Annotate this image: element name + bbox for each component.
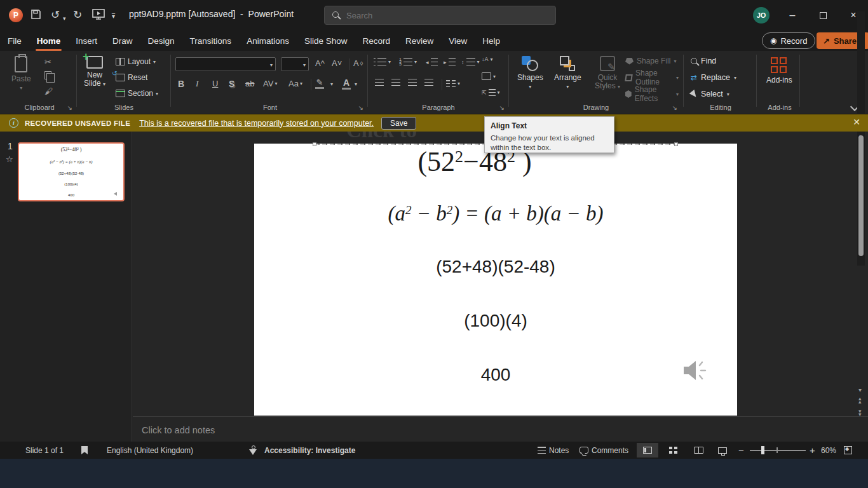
bold-button[interactable]: B: [178, 79, 184, 89]
audio-speaker-icon[interactable]: [681, 358, 709, 383]
tab-animations[interactable]: Animations: [239, 30, 297, 51]
customize-qat-icon[interactable]: ▾̅: [112, 10, 115, 23]
zoom-in-icon[interactable]: +: [810, 442, 815, 459]
tab-home[interactable]: Home: [29, 30, 69, 51]
shapes-button[interactable]: Shapes▾: [517, 56, 543, 90]
save-icon[interactable]: [31, 9, 41, 20]
copy-icon[interactable]: [44, 71, 51, 79]
italic-button[interactable]: I: [196, 79, 198, 89]
banner-link[interactable]: This is a recovered file that is tempora…: [139, 119, 374, 128]
new-slide-button[interactable]: New Slide ▾: [84, 56, 105, 88]
select-button[interactable]: Select▾: [691, 86, 729, 102]
slide-identity-equation[interactable]: (a2 − b2) = (a + b)(a − b): [254, 202, 737, 226]
minimize-button[interactable]: –: [778, 0, 807, 30]
clear-formatting-button[interactable]: A◊: [353, 58, 363, 68]
slide-answer-text[interactable]: 400: [254, 365, 737, 385]
slide-thumbnail[interactable]: (52²−48² ) (a² − b²) = (a + b)(a − b) (5…: [18, 142, 125, 201]
paragraph-dialog-launcher[interactable]: ↘: [499, 104, 505, 111]
next-slide-icon[interactable]: ▾▾: [858, 410, 862, 416]
previous-slide-icon[interactable]: ▴▴: [858, 397, 862, 403]
slideshow-view-button[interactable]: [712, 443, 733, 458]
tab-review[interactable]: Review: [398, 30, 441, 51]
character-spacing-button[interactable]: AV▾: [263, 79, 277, 88]
notes-toggle[interactable]: Notes: [538, 442, 569, 459]
align-text-button[interactable]: ▾: [482, 72, 496, 80]
slide-step1-text[interactable]: (52+48)(52-48): [254, 257, 737, 277]
powerpoint-app-icon[interactable]: P: [9, 8, 23, 22]
language-indicator[interactable]: English (United Kingdom): [107, 442, 193, 459]
text-direction-button[interactable]: ↓A▾: [482, 56, 493, 62]
increase-indent-button[interactable]: ▸: [444, 58, 456, 65]
text-shadow-button[interactable]: S: [229, 79, 234, 89]
font-size-combobox[interactable]: ▾: [281, 57, 309, 71]
scroll-down-icon[interactable]: ▾: [858, 386, 862, 393]
font-dialog-launcher[interactable]: ↘: [358, 104, 363, 111]
zoom-slider-track[interactable]: [750, 450, 806, 451]
align-center-button[interactable]: [391, 79, 400, 86]
slide-sorter-view-button[interactable]: [662, 443, 684, 458]
shape-effects-button[interactable]: Shape Effects▾: [625, 86, 679, 102]
tab-transitions[interactable]: Transitions: [182, 30, 240, 51]
tab-slide-show[interactable]: Slide Show: [297, 30, 355, 51]
scrollbar-thumb[interactable]: [858, 135, 864, 256]
accessibility-icon[interactable]: [249, 442, 257, 459]
fit-slide-to-window-button[interactable]: [844, 442, 852, 459]
numbering-button[interactable]: 123▾: [399, 58, 417, 65]
shape-fill-button[interactable]: Shape Fill▾: [625, 53, 676, 69]
convert-smartart-button[interactable]: ⇱▾: [482, 89, 500, 96]
zoom-slider-thumb[interactable]: [761, 446, 764, 454]
quick-styles-button[interactable]: Quick Styles ▾: [595, 56, 620, 90]
comments-toggle[interactable]: Comments: [580, 442, 628, 459]
addins-button[interactable]: Add-ins: [766, 57, 792, 85]
user-avatar[interactable]: JO: [753, 7, 770, 24]
zoom-out-icon[interactable]: −: [738, 442, 744, 459]
underline-button[interactable]: U: [212, 79, 218, 88]
record-button[interactable]: ◉Record: [762, 32, 815, 49]
slideshow-icon[interactable]: [92, 9, 105, 20]
format-painter-icon[interactable]: 🖌: [44, 86, 53, 96]
undo-icon[interactable]: ↺: [51, 9, 60, 22]
banner-close-icon[interactable]: ✕: [853, 117, 860, 127]
tab-file[interactable]: File: [0, 30, 29, 51]
accessibility-status[interactable]: Accessibility: Investigate: [264, 442, 355, 459]
clipboard-dialog-launcher[interactable]: ↘: [67, 104, 72, 111]
titlebar-search-input[interactable]: [346, 6, 537, 24]
font-name-combobox[interactable]: ▾: [175, 57, 276, 71]
cut-icon[interactable]: ✂: [44, 57, 51, 67]
justify-button[interactable]: [424, 79, 433, 86]
strikethrough-button[interactable]: ab: [245, 79, 254, 88]
decrease-font-size-button[interactable]: A˅: [332, 58, 342, 68]
spelling-icon[interactable]: [81, 442, 88, 459]
banner-save-button[interactable]: Save: [381, 117, 416, 130]
tab-draw[interactable]: Draw: [105, 30, 140, 51]
decrease-indent-button[interactable]: ◂: [426, 58, 438, 65]
increase-font-size-button[interactable]: A^: [315, 58, 325, 68]
line-spacing-button[interactable]: ↕▾: [461, 58, 480, 65]
tab-insert[interactable]: Insert: [68, 30, 105, 51]
normal-view-button[interactable]: [637, 443, 658, 458]
highlight-color-button[interactable]: ✎: [315, 78, 324, 89]
replace-button[interactable]: ⇄Replace▾: [691, 70, 736, 85]
tab-view[interactable]: View: [441, 30, 475, 51]
selection-handle[interactable]: [674, 142, 678, 146]
tab-help[interactable]: Help: [475, 30, 508, 51]
maximize-button[interactable]: [808, 0, 837, 30]
shape-outline-button[interactable]: Shape Outline▾: [625, 70, 679, 85]
slide-step2-text[interactable]: (100)(4): [254, 311, 737, 331]
align-left-button[interactable]: [375, 79, 384, 86]
find-button[interactable]: Find: [691, 53, 716, 69]
bullets-button[interactable]: ▾: [374, 58, 391, 65]
section-button[interactable]: Section▾: [116, 86, 158, 100]
align-right-button[interactable]: [408, 79, 417, 86]
zoom-level[interactable]: 60%: [821, 442, 836, 459]
layout-button[interactable]: Layout▾: [116, 55, 156, 69]
notes-area[interactable]: Click to add notes: [133, 416, 868, 442]
undo-dropdown-icon[interactable]: ▾: [63, 12, 66, 25]
tab-record[interactable]: Record: [355, 30, 398, 51]
chevron-down-icon[interactable]: ▾: [330, 81, 333, 87]
reset-button[interactable]: Reset: [116, 71, 147, 85]
change-case-button[interactable]: Aa▾: [288, 79, 302, 88]
redo-icon[interactable]: ↻: [73, 9, 82, 22]
reading-view-button[interactable]: [688, 443, 709, 458]
selection-handle[interactable]: [313, 142, 316, 146]
